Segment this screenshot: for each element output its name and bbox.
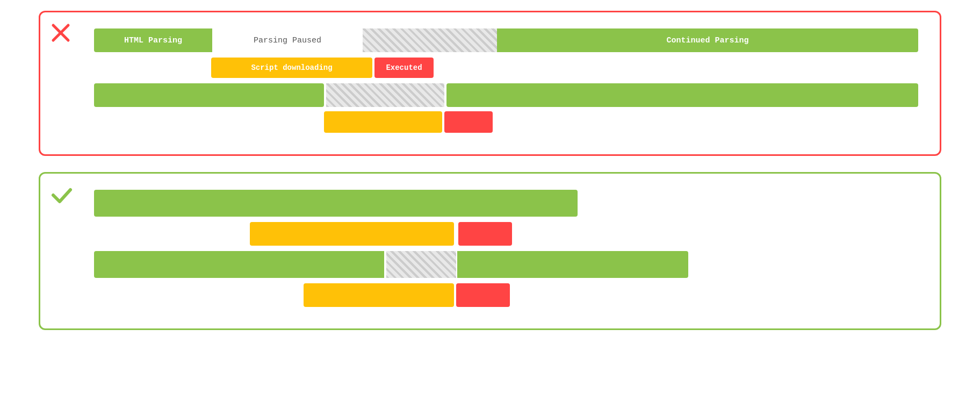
bad-row4 (324, 111, 918, 133)
bad-row2-labels: Script downloading Executed (211, 58, 918, 78)
good-bar-yellow1 (250, 222, 454, 246)
bad-row3 (94, 83, 918, 107)
good-row3 (94, 251, 918, 278)
bar-yellow-small (324, 111, 442, 133)
good-bar-green3 (457, 251, 688, 278)
good-bar-green1 (94, 190, 578, 217)
bad-row1: HTML Parsing Parsing Paused Continued Pa… (94, 28, 918, 52)
continued-parsing-bar: Continued Parsing (497, 28, 918, 52)
hatch-area-top (363, 28, 497, 52)
html-parsing-bar: HTML Parsing (94, 28, 212, 52)
script-downloading-bar: Script downloading (211, 58, 372, 78)
good-bar-red1 (458, 222, 512, 246)
good-row1 (94, 190, 918, 217)
bad-card: HTML Parsing Parsing Paused Continued Pa… (39, 11, 941, 156)
bad-icon (50, 22, 71, 49)
bar-green-left (94, 83, 324, 107)
bar-green-right (446, 83, 918, 107)
parsing-paused-label: Parsing Paused (212, 28, 363, 52)
good-icon (50, 183, 74, 213)
good-bar-yellow2 (304, 283, 454, 307)
bar-red-small (444, 111, 493, 133)
hatch-area-mid (326, 83, 444, 107)
good-bar-red2 (456, 283, 510, 307)
good-card (39, 172, 941, 330)
good-hatch (386, 251, 456, 278)
executed-bar: Executed (374, 58, 434, 78)
good-row4 (304, 283, 918, 307)
good-bar-green2 (94, 251, 384, 278)
good-content (94, 190, 918, 307)
bad-content: HTML Parsing Parsing Paused Continued Pa… (94, 28, 918, 133)
good-row2 (250, 222, 918, 246)
